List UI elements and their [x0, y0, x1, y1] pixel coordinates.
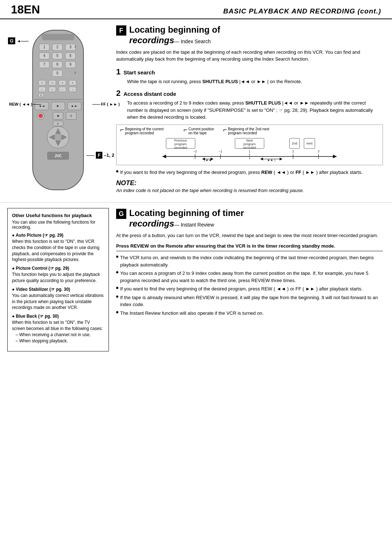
section-g-desc: At the press of a button, you can turn o… — [116, 232, 383, 239]
blue-back-dash1: – When receiving a channel not in use. — [16, 332, 104, 338]
svg-text:0: 0 — [56, 71, 58, 75]
chapter-title: BASIC PLAYBACK AND RECORDING (cont.) — [223, 7, 381, 15]
section-f-desc: Index codes are placed on the tape at th… — [116, 49, 383, 63]
blue-back-title: ● Blue Back (☞ pg. 30) — [12, 314, 104, 319]
section-f-title: F Locating beginning of recordings— Inde… — [116, 25, 383, 46]
diagram-label2: ⌐ Current positionon the tape — [184, 127, 214, 135]
svg-text:–: – — [41, 88, 43, 91]
section-g-content: G Locating beginning of timer recordings… — [113, 203, 392, 357]
svg-text:2: 2 — [56, 45, 58, 49]
blue-back-dash2: – When stopping playback. — [16, 338, 104, 344]
g-bullet-4: If the tape is already rewound when REVI… — [116, 294, 383, 308]
video-stabilizer-desc: You can automatically correct vertical v… — [12, 293, 104, 311]
video-stabilizer-title: ● Video Stabilizer (☞ pg. 30) — [12, 287, 104, 292]
svg-point-66 — [54, 134, 62, 141]
svg-text:9: 9 — [69, 62, 72, 66]
note-box: NOTE: An index code is not placed on the… — [116, 179, 383, 193]
auto-picture-desc: When this function is set to "ON", this … — [12, 239, 104, 263]
svg-point-54 — [38, 114, 43, 118]
svg-text:►►: ►► — [71, 104, 78, 108]
svg-text:6: 6 — [69, 54, 72, 58]
svg-marker-91 — [211, 158, 213, 160]
svg-text:II: II — [40, 94, 42, 97]
svg-text:+: + — [62, 81, 64, 85]
svg-marker-82 — [163, 155, 166, 158]
svg-marker-90 — [203, 158, 205, 160]
remote-svg: 1 2 3 2 4 5 6 · 7 8 9 — [18, 27, 98, 194]
bottom-layout: Other Useful functions for playback You … — [0, 202, 392, 357]
ff-label: ——FF ( ►► ) — [92, 102, 120, 106]
picture-control-desc: This function helps you to adjust the pl… — [12, 272, 104, 284]
svg-text:II: II — [70, 114, 72, 118]
svg-marker-97 — [261, 158, 263, 160]
section-g-heading: Locating beginning of timer recordings— … — [129, 208, 244, 229]
other-useful-title: Other Useful functions for playback — [12, 213, 104, 218]
bullet-dot — [116, 170, 118, 172]
svg-text:4: 4 — [43, 54, 45, 58]
step1-desc: While the tape is not running, press SHU… — [127, 78, 383, 85]
note-title: NOTE: — [116, 179, 383, 187]
g-label: G ◄—— — [8, 37, 29, 44]
other-useful-box: Other Useful functions for playback You … — [7, 208, 109, 351]
press-review-box: Press REVIEW on the Remote after ensurin… — [116, 243, 383, 251]
step1-title: 1 Start search — [116, 67, 383, 77]
picture-control-title: ● Picture Control (☞ pg. 29) — [12, 266, 104, 271]
svg-text:■: ■ — [57, 114, 59, 118]
section-f-content: F Locating beginning of recordings— Inde… — [113, 19, 392, 202]
svg-marker-83 — [333, 155, 337, 158]
svg-text:Previous: Previous — [174, 139, 187, 142]
section-g-bullets: The VCR turns on, and rewinds to the ind… — [116, 254, 383, 317]
svg-text:8: 8 — [56, 62, 58, 66]
svg-text:+: + — [72, 81, 74, 85]
section-f-badge: F — [116, 25, 126, 36]
diagram-svg: Previous program recorded Next program r… — [120, 137, 379, 162]
bottom-left-section: Other Useful functions for playback You … — [0, 203, 113, 357]
section-g-badge: G — [116, 209, 126, 219]
section-g-title: G Locating beginning of timer recordings… — [116, 208, 383, 229]
g-bullet-1: The VCR turns on, and rewinds to the ind… — [116, 254, 383, 268]
svg-text:⊳: ⊳ — [57, 122, 59, 125]
blue-back-desc: When this function is set to "ON", the T… — [12, 319, 104, 344]
svg-text:next: next — [306, 142, 313, 145]
svg-text:3: 3 — [318, 150, 319, 153]
other-useful-desc: You can also use the following functions… — [12, 220, 104, 230]
note-text: An index code is not placed on the tape … — [116, 188, 383, 193]
svg-text:Next: Next — [246, 139, 253, 142]
page-header: 18EN BASIC PLAYBACK AND RECORDING (cont.… — [0, 0, 392, 19]
section-f-heading: Locating beginning of recordings— Index … — [129, 25, 220, 46]
top-layout: G ◄—— 1 2 3 2 — [0, 19, 392, 202]
svg-text:–1: –1 — [219, 150, 222, 153]
svg-text:JVC: JVC — [54, 154, 61, 158]
svg-text:program: program — [175, 142, 187, 146]
step2-desc: To access a recording of 2 to 9 index co… — [127, 99, 383, 121]
svg-text:2nd: 2nd — [292, 142, 297, 145]
svg-text:program: program — [244, 142, 256, 146]
svg-text:–: – — [72, 88, 74, 91]
svg-marker-96 — [280, 158, 282, 160]
svg-text:5: 5 — [56, 54, 58, 58]
svg-text:1: 1 — [43, 45, 45, 49]
svg-text:►: ► — [56, 104, 60, 108]
svg-text:–: – — [52, 88, 53, 91]
svg-text:–: – — [62, 88, 64, 91]
diagram-label1: ⌐ Beginning of the currentprogram record… — [120, 127, 164, 135]
g-bullet-5: The Instant Review function will also op… — [116, 310, 383, 317]
section-f-bullet: If you want to find the very beginning o… — [116, 169, 383, 176]
svg-text:7: 7 — [43, 62, 45, 66]
svg-text:2: 2 — [292, 150, 294, 153]
svg-text:+: + — [41, 81, 43, 85]
diagram-label3: ⌐ Beginning of the 2nd nextprogram recor… — [223, 127, 269, 135]
svg-text:–2: –2 — [193, 150, 197, 153]
rew-label: REW ( ◄◄ )—— — [9, 102, 41, 106]
g-bullet-2: You can access a program of 2 to 9 index… — [116, 270, 383, 284]
auto-picture-title: ● Auto Picture (☞ pg. 29) — [12, 233, 104, 238]
svg-text:·: · — [54, 54, 55, 57]
svg-text:+: + — [52, 81, 53, 85]
svg-text:1: 1 — [249, 150, 250, 153]
page-number: 18EN — [11, 3, 40, 16]
f-label-bottom: —— F –1, 2 — [86, 152, 114, 159]
step2-title: 2 Access distant code — [116, 89, 383, 98]
svg-text:recorded: recorded — [174, 146, 187, 150]
svg-text:2: 2 — [74, 45, 76, 48]
svg-rect-46 — [34, 99, 82, 100]
